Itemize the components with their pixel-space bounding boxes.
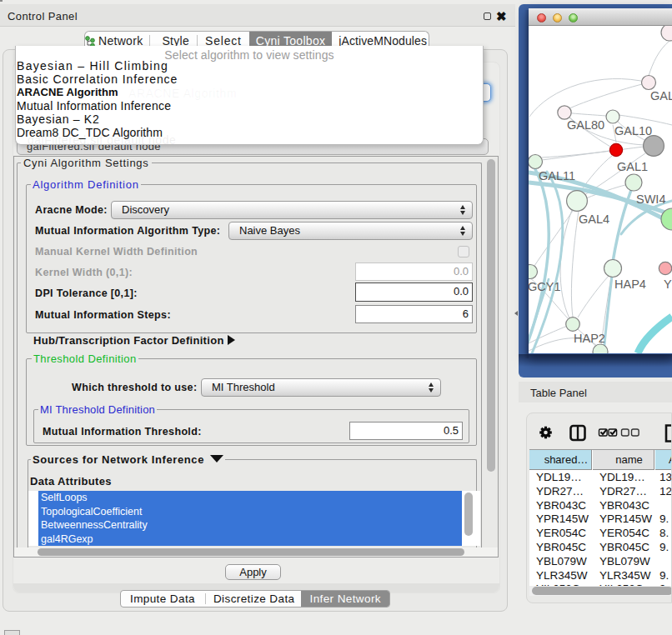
- svg-text:GAL4: GAL4: [579, 212, 609, 226]
- svg-text:HAP4: HAP4: [614, 278, 646, 291]
- svg-text:HAP2: HAP2: [574, 332, 605, 345]
- svg-text:GAL: GAL: [650, 89, 672, 102]
- svg-text:GAL11: GAL11: [539, 169, 575, 182]
- svg-text:SWI4: SWI4: [636, 192, 665, 206]
- svg-text:GAL10: GAL10: [614, 124, 652, 138]
- svg-text:GAL1: GAL1: [617, 160, 648, 173]
- svg-text:GCY1: GCY1: [529, 280, 561, 293]
- svg-text:GAL80: GAL80: [567, 118, 604, 132]
- svg-text:Y: Y: [664, 278, 672, 291]
